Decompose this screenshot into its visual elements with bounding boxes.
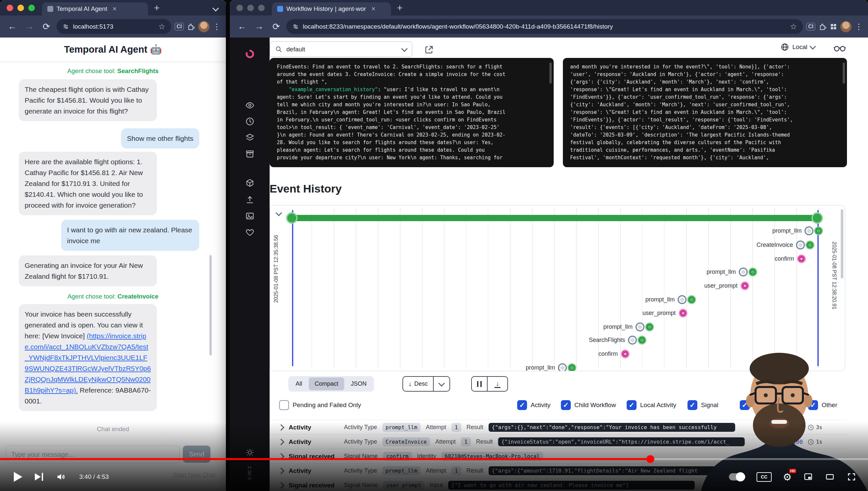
tab-workflow-history[interactable]: Workflow History | agent-wor × (272, 2, 391, 16)
ci-extension-icon[interactable]: CI (806, 23, 815, 31)
filter-activity[interactable]: ✓Activity (517, 400, 550, 411)
view-json-tab[interactable]: JSON (345, 377, 373, 390)
timeline-event[interactable]: confirm● (598, 348, 630, 359)
send-button[interactable]: Send (183, 445, 210, 463)
chat-scrollbar[interactable] (210, 255, 212, 355)
code-scrollbar[interactable] (843, 62, 845, 84)
zoom-window-button[interactable] (258, 5, 265, 11)
local-activity-checkbox[interactable]: ✓ (627, 400, 637, 410)
tab-close-icon[interactable]: × (113, 5, 117, 13)
timeline-event[interactable]: prompt_llm◇◇ (603, 321, 654, 333)
tab-close-icon[interactable]: × (371, 5, 375, 13)
event-scheduled-dot[interactable]: ◇ (628, 336, 637, 345)
archive-box-icon[interactable] (245, 149, 254, 160)
external-link-icon[interactable] (424, 45, 434, 55)
profile-avatar[interactable] (840, 21, 851, 32)
timeline-event[interactable]: user_prompt● (643, 307, 687, 319)
pending-failed-filter[interactable]: Pending and Failed Only (279, 400, 361, 411)
event-scheduled-dot[interactable]: ◇ (558, 363, 567, 372)
event-completed-dot[interactable]: ◇ (638, 336, 646, 345)
signal-dot[interactable]: ● (797, 254, 806, 263)
video-progress-bar[interactable] (0, 458, 868, 460)
close-window-button[interactable] (237, 5, 243, 11)
timeline-event[interactable]: confirm● (775, 253, 806, 264)
extensions-puzzle-icon[interactable] (187, 23, 195, 31)
apps-grid-icon[interactable] (830, 23, 837, 30)
invoice-link[interactable]: (https://invoice.stripe.com/i/acct_1NBOL… (25, 332, 151, 394)
upload-icon[interactable] (245, 196, 254, 206)
view-all-tab[interactable]: All (290, 377, 308, 390)
event-scheduled-dot[interactable]: ◇ (739, 267, 748, 277)
bookmark-star-icon[interactable]: ☆ (790, 22, 797, 31)
autoplay-toggle[interactable] (729, 473, 745, 481)
heart-icon[interactable] (245, 228, 254, 238)
activity-checkbox[interactable]: ✓ (517, 400, 527, 410)
cluster-select[interactable]: Local (780, 43, 815, 51)
volume-icon[interactable] (56, 472, 67, 482)
event-completed-dot[interactable]: ◇ (687, 295, 696, 304)
pause-button[interactable] (472, 377, 487, 391)
forward-button[interactable]: → (252, 20, 266, 34)
settings-gear-icon[interactable]: ⚙HD (783, 471, 792, 483)
new-tab-button[interactable]: + (397, 2, 403, 13)
filter-child-workflow[interactable]: ✓Child Workflow (561, 400, 616, 411)
back-button[interactable]: ← (5, 20, 19, 34)
event-scheduled-dot[interactable]: ◇ (678, 295, 686, 304)
namespace-select[interactable]: default (270, 41, 412, 57)
event-completed-dot[interactable]: ◇ (645, 322, 654, 331)
eye-icon[interactable] (245, 101, 254, 111)
reload-button[interactable]: ⟳ (269, 20, 283, 34)
temporal-logo[interactable] (245, 49, 255, 61)
forward-button[interactable]: → (22, 20, 36, 34)
glasses-icon[interactable] (833, 44, 846, 53)
browser-menu-icon[interactable]: ⋮ (855, 22, 863, 31)
back-button[interactable]: ← (235, 20, 249, 34)
miniplayer-button[interactable] (803, 472, 813, 482)
expand-chevron-icon[interactable] (278, 439, 284, 445)
bookmark-star-icon[interactable]: ☆ (158, 22, 165, 31)
event-scheduled-dot[interactable]: ◇ (805, 226, 813, 235)
code-scrollbar[interactable] (549, 62, 552, 84)
profile-avatar[interactable] (198, 21, 210, 32)
schedules-clock-icon[interactable] (245, 117, 254, 127)
new-tab-button[interactable]: + (154, 2, 160, 13)
timeline-event[interactable]: CreateInvoice◇◇ (756, 239, 814, 251)
minimize-window-button[interactable] (18, 5, 24, 11)
event-completed-dot[interactable]: ◇ (748, 267, 757, 277)
collapse-timeline-chevron-icon[interactable] (276, 210, 282, 216)
signal-dot[interactable]: ● (740, 281, 749, 290)
event-completed-dot[interactable]: ◇ (567, 363, 577, 372)
workflow-start-dot[interactable] (286, 212, 298, 224)
timeline-event[interactable]: user_prompt● (704, 280, 749, 291)
download-button[interactable]: ↓ (487, 377, 507, 391)
timeline-event[interactable]: prompt_llm◇◇ (645, 294, 696, 305)
event-completed-dot[interactable]: ◇ (806, 240, 814, 250)
next-button[interactable] (35, 473, 43, 481)
signal-dot[interactable]: ● (679, 309, 687, 318)
expand-chevron-icon[interactable] (278, 424, 284, 431)
tab-temporal-ai-agent[interactable]: Temporal AI Agent × (42, 2, 148, 16)
image-icon[interactable] (245, 211, 254, 222)
workflow-input-code-panel[interactable]: FindEvents: Find an event to travel to 2… (270, 58, 554, 167)
event-completed-dot[interactable]: ◇ (814, 226, 823, 235)
window-controls[interactable] (237, 5, 265, 11)
zoom-window-button[interactable] (28, 5, 35, 11)
progress-scrubber[interactable] (646, 455, 654, 463)
event-scheduled-dot[interactable]: ◇ (796, 240, 805, 250)
timeline-scrollbar[interactable] (841, 209, 843, 279)
filter-local-activity[interactable]: ✓Local Activity (627, 400, 676, 411)
tab-list-chevron-icon[interactable] (212, 5, 219, 11)
extensions-puzzle-icon[interactable] (819, 23, 827, 31)
child-workflow-checkbox[interactable]: ✓ (561, 400, 571, 410)
ci-extension-icon[interactable]: CI (175, 23, 184, 31)
browser-menu-icon[interactable]: ⋮ (213, 22, 221, 31)
view-compact-tab[interactable]: Compact (309, 377, 344, 390)
sort-dropdown-button[interactable] (433, 377, 450, 391)
sort-desc-button[interactable]: ↓Desc (403, 377, 433, 391)
package-cube-icon[interactable] (245, 179, 254, 189)
signal-checkbox[interactable]: ✓ (687, 400, 698, 410)
timeline-event[interactable]: SearchFlights◇◇ (589, 334, 646, 346)
close-window-button[interactable] (7, 5, 13, 11)
play-button[interactable] (14, 472, 22, 482)
reload-button[interactable]: ⟳ (39, 20, 53, 34)
